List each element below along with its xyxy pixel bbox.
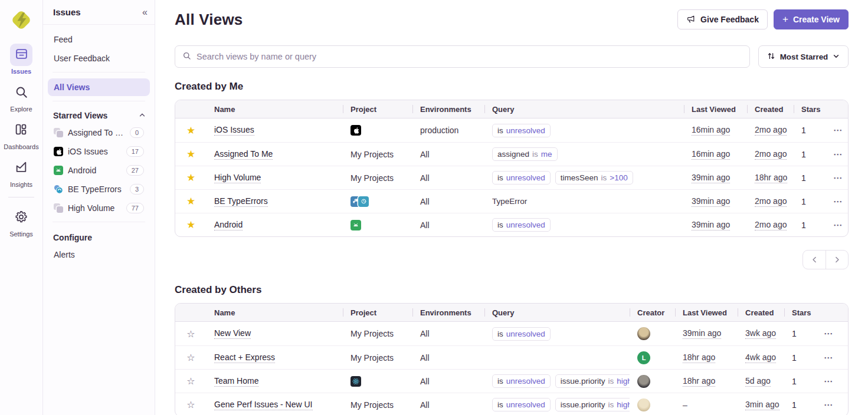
sidebar-starred-view-4[interactable]: High Volume77 [48, 199, 150, 217]
python-project-icon [54, 185, 63, 194]
query-chip: isunresolved [492, 327, 551, 341]
issue-count-badge: 77 [126, 203, 144, 213]
rail-item-issues[interactable]: Issues [10, 44, 32, 75]
stars-count-cell: 1 [792, 377, 797, 386]
row-actions-button[interactable]: ⋯ [824, 400, 833, 410]
rail-item-explore[interactable]: Explore [10, 81, 32, 113]
view-name-link[interactable]: Team Home [214, 376, 258, 387]
last-viewed-cell: 18hr ago [683, 353, 715, 363]
row-actions-button[interactable]: ⋯ [833, 125, 843, 136]
query-chip: isunresolved [492, 171, 551, 185]
sidebar-item-all-views[interactable]: All Views [48, 78, 150, 96]
view-name-link[interactable]: React + Express [214, 353, 275, 363]
view-name-link[interactable]: iOS Issues [214, 125, 254, 136]
sidebar-item-alerts[interactable]: Alerts [48, 246, 150, 264]
row-actions-button[interactable]: ⋯ [824, 376, 833, 387]
row-actions-button[interactable]: ⋯ [833, 196, 843, 207]
sidebar-starred-view-1[interactable]: iOS Issues17 [48, 143, 150, 160]
issue-count-badge: 0 [130, 127, 144, 138]
previous-page-button[interactable] [803, 251, 826, 269]
stars-count-cell: 1 [801, 126, 806, 135]
project-cell: My Projects [351, 329, 394, 338]
project-cell: My Projects [351, 400, 394, 410]
table-row: ★AndroidAllisunresolved39min ago2mo ago1… [175, 213, 848, 236]
create-view-button[interactable]: + Create View [774, 9, 849, 29]
android-project-icon [351, 220, 361, 230]
stars-count-cell: 1 [801, 197, 806, 206]
star-toggle[interactable]: ☆ [186, 376, 195, 387]
rail-label: Settings [9, 230, 33, 238]
star-toggle[interactable]: ☆ [186, 399, 195, 410]
last-viewed-cell: 39min ago [692, 196, 730, 207]
sidebar-starred-view-2[interactable]: Android27 [48, 162, 150, 179]
star-toggle[interactable]: ★ [186, 124, 195, 137]
table-row: ★High VolumeMy ProjectsAllisunresolvedti… [175, 166, 848, 189]
environments-cell: All [420, 377, 430, 386]
sort-dropdown[interactable]: Most Starred [758, 45, 849, 68]
creator-avatar [637, 398, 650, 411]
sidebar-starred-view-3[interactable]: BE TypeErrors3 [48, 180, 150, 198]
rail-item-insights[interactable]: Insights [10, 157, 32, 188]
collapse-sidebar-icon[interactable]: « [142, 7, 147, 18]
created-cell: 4wk ago [745, 353, 776, 363]
environments-cell: All [420, 400, 430, 410]
sidebar-item-user-feedback[interactable]: User Feedback [48, 50, 150, 67]
page-title: All Views [175, 11, 243, 29]
row-actions-button[interactable]: ⋯ [824, 328, 833, 339]
view-name-link[interactable]: Android [214, 220, 243, 230]
react-project-icon [351, 376, 361, 387]
view-name-link[interactable]: New View [214, 328, 251, 339]
star-toggle[interactable]: ☆ [186, 352, 195, 363]
column-header-stars: Stars [794, 105, 826, 114]
rail-item-dashboards[interactable]: Dashboards [4, 119, 38, 150]
stars-count-cell: 1 [801, 173, 806, 183]
apple-project-icon [54, 147, 63, 156]
row-actions-button[interactable]: ⋯ [833, 149, 843, 160]
give-feedback-button[interactable]: Give Feedback [677, 9, 768, 29]
column-header-query: Query [484, 105, 684, 114]
sidebar-item-feed[interactable]: Feed [48, 31, 150, 48]
view-name-link[interactable]: BE TypeErrors [214, 196, 268, 207]
row-actions-button[interactable]: ⋯ [824, 353, 833, 363]
last-viewed-cell: 16min ago [692, 149, 730, 160]
issue-count-badge: 3 [130, 184, 144, 195]
column-header-name: Name [207, 308, 343, 317]
row-actions-button[interactable]: ⋯ [833, 173, 843, 183]
star-toggle[interactable]: ★ [186, 195, 195, 208]
view-name-link[interactable]: Gene Perf Issues - New UI [214, 400, 313, 410]
stars-count-cell: 1 [792, 400, 797, 410]
row-actions-button[interactable]: ⋯ [833, 220, 843, 230]
table-row: ☆New ViewMy ProjectsAllisunresolved39min… [175, 322, 848, 345]
last-viewed-cell: 39min ago [683, 328, 721, 339]
search-icon [182, 51, 191, 62]
environments-cell: All [420, 197, 430, 206]
star-toggle[interactable]: ★ [186, 219, 195, 231]
search-input[interactable] [196, 52, 742, 61]
view-name-link[interactable]: High Volume [214, 173, 261, 183]
query-chip: TypeError [492, 195, 527, 208]
sentry-logo[interactable] [9, 8, 33, 34]
rail-item-settings[interactable]: Settings [9, 206, 33, 238]
next-page-button[interactable] [826, 251, 848, 269]
project-cell: My Projects [351, 150, 394, 159]
view-name-link[interactable]: Assigned To Me [214, 149, 273, 160]
sidebar-starred-view-0[interactable]: Assigned To Me0 [48, 124, 150, 141]
star-toggle[interactable]: ★ [186, 172, 195, 184]
rail-label: Explore [10, 106, 32, 113]
scheduler-project-icon [358, 196, 369, 207]
project-cell [351, 376, 361, 387]
environments-cell: production [420, 126, 458, 135]
star-toggle[interactable]: ☆ [186, 328, 195, 340]
created-by-me-table: NameProjectEnvironmentsQueryLast ViewedC… [175, 100, 849, 237]
last-viewed-cell: 18hr ago [683, 376, 715, 387]
chevron-up-icon[interactable] [139, 111, 146, 120]
column-header-environments: Environments [412, 308, 484, 317]
starred-view-label: BE TypeErrors [68, 185, 125, 194]
stacked-projects-icon [54, 128, 63, 137]
star-toggle[interactable]: ★ [186, 148, 195, 160]
project-cell: My Projects [351, 353, 394, 363]
table-header-row: NameProjectEnvironmentsQueryCreatorLast … [175, 304, 848, 322]
stars-count-cell: 1 [792, 329, 797, 338]
created-cell: 3min ago [745, 400, 779, 410]
issues-icon [15, 47, 28, 62]
